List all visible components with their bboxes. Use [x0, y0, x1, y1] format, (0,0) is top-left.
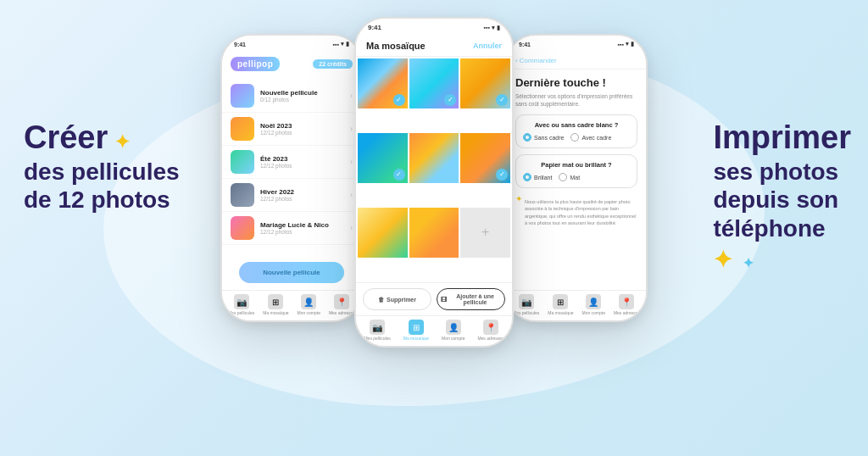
option-papier-title: Papier mat ou brillant ?: [523, 161, 630, 169]
option-papier-choices: Brillant Mat: [523, 173, 630, 181]
subtitle-text: Sélectionner vos options d'impression pr…: [515, 92, 637, 108]
phone-right-screen: ‹ Commander Dernière touche ! Sélectionn…: [507, 50, 646, 290]
pellicule-info-3: Été 2023 12/12 photos: [260, 155, 344, 169]
nav-right-pellicules[interactable]: 📷 Mes pellicules: [513, 294, 539, 315]
mosaic-header: Ma mosaïque Annuler: [356, 34, 512, 57]
pellicule-count-2: 12/12 photos: [260, 130, 344, 136]
add-to-pellicule-button[interactable]: 🎞 Ajouter à une pellicule: [437, 288, 505, 310]
phone-left-topbar: 9:41 ▪▪▪ ▾ ▮: [222, 36, 361, 50]
radio-sans-cadre[interactable]: Sans cadre: [523, 133, 564, 142]
pellicule-info-5: Mariage Lucie & Nico 12/12 photos: [260, 221, 344, 235]
list-item[interactable]: Noël 2023 12/12 photos ›: [222, 113, 361, 146]
mosaic-grid: ✓ ✓ ✓ ✓ ✓ +: [356, 57, 512, 282]
phone-right-nav: 📷 Mes pellicules ⊞ Ma mosaïque 👤 Mon com…: [507, 290, 646, 320]
delete-label: Supprimer: [387, 297, 416, 303]
mosaic-cell-6[interactable]: ✓: [460, 133, 510, 183]
phone-right: 9:41 ▪▪▪ ▾ ▮ ‹ Commander Dernière touche…: [505, 34, 648, 322]
pellicule-info-1: Nouvelle pellicule 0/12 photos: [260, 89, 344, 103]
pellipop-logo: pellipop: [231, 57, 280, 71]
nav-mes-pellicules[interactable]: 📷 Mes pellicules: [228, 294, 254, 315]
mosaic-cell-7[interactable]: [358, 208, 408, 258]
nav-label-compte: Mon compte: [297, 310, 320, 315]
nav-center-label-compte: Mon compte: [442, 336, 465, 341]
star-icon-right-1: ✦: [713, 247, 732, 273]
mosaic-cancel-button[interactable]: Annuler: [473, 42, 502, 50]
status-icons-center: ▪▪▪ ▾ ▮: [484, 25, 500, 31]
nav-center-icon-compte: 👤: [446, 320, 461, 335]
option-cadre-choices: Sans cadre Avec cadre: [523, 133, 630, 142]
phones-container: 9:41 ▪▪▪ ▾ ▮ pellipop 22 crédits Nouvell…: [220, 17, 648, 348]
phone-center-topbar: 9:41 ▪▪▪ ▾ ▮: [356, 19, 512, 34]
pellicule-count-1: 0/12 photos: [260, 97, 344, 103]
check-icon-3: ✓: [496, 94, 508, 106]
nav-center-compte[interactable]: 👤 Mon compte: [442, 320, 465, 341]
nav-right-compte[interactable]: 👤 Mon compte: [581, 294, 605, 315]
nav-mon-compte[interactable]: 👤 Mon compte: [297, 294, 320, 315]
list-item[interactable]: Mariage Lucie & Nico 12/12 photos ›: [222, 212, 361, 245]
list-item[interactable]: Nouvelle pellicule 0/12 photos ›: [222, 80, 361, 113]
mosaic-cell-8[interactable]: [409, 208, 459, 258]
check-icon-4: ✓: [393, 169, 405, 181]
list-item[interactable]: Hiver 2022 12/12 photos ›: [222, 179, 361, 212]
wifi-icon: ▾: [626, 41, 629, 47]
right-line3: téléphone: [713, 214, 851, 243]
status-icons-right: ▪▪▪ ▾ ▮: [618, 41, 634, 47]
pellicule-thumb-5: [231, 216, 254, 240]
arrow-icon-1: ›: [350, 92, 353, 100]
mat-label: Mat: [570, 175, 580, 181]
phone-right-time: 9:41: [519, 42, 531, 47]
wifi-icon: ▾: [341, 41, 344, 47]
left-line2: de 12 photos: [24, 186, 180, 214]
nav-center-mosaique[interactable]: ⊞ Ma mosaïque: [403, 320, 429, 341]
nav-center-adresses[interactable]: 📍 Mes adresses: [477, 320, 504, 341]
pellicule-info-2: Noël 2023 12/12 photos: [260, 122, 344, 136]
brillant-label: Brillant: [534, 175, 552, 181]
avec-cadre-label: Avec cadre: [581, 135, 611, 141]
new-pellicule-button[interactable]: Nouvelle pellicule: [239, 262, 344, 283]
mosaic-cell-5[interactable]: [409, 133, 459, 183]
mosaic-cell-4[interactable]: ✓: [358, 133, 408, 183]
phone-left: 9:41 ▪▪▪ ▾ ▮ pellipop 22 crédits Nouvell…: [220, 34, 363, 322]
mosaic-cell-empty[interactable]: +: [460, 208, 510, 258]
mosaic-cell-3[interactable]: ✓: [460, 58, 510, 108]
nav-right-mosaique[interactable]: ⊞ Ma mosaïque: [548, 294, 573, 315]
nav-label-mosaique: Ma mosaïque: [263, 310, 288, 315]
delete-button[interactable]: 🗑 Supprimer: [363, 288, 431, 310]
list-item[interactable]: Été 2023 12/12 photos ›: [222, 146, 361, 179]
option-papier-card: Papier mat ou brillant ? Brillant Mat: [515, 154, 637, 188]
pellicule-info-4: Hiver 2022 12/12 photos: [260, 188, 344, 202]
radio-brillant[interactable]: Brillant: [523, 173, 552, 181]
radio-dot-avec-cadre: [570, 133, 579, 142]
nav-ma-mosaique[interactable]: ⊞ Ma mosaïque: [263, 294, 288, 315]
sans-cadre-label: Sans cadre: [534, 135, 564, 141]
pellicule-count-3: 12/12 photos: [260, 163, 344, 169]
back-button[interactable]: ‹ Commander: [515, 57, 637, 64]
nav-right-icon-pellicules: 📷: [519, 294, 534, 309]
pellicule-thumb-2: [231, 117, 254, 141]
add-label: Ajouter à une pellicule: [449, 293, 501, 305]
mosaic-cell-2[interactable]: ✓: [409, 58, 459, 108]
nav-icon-mosaique: ⊞: [268, 294, 283, 309]
radio-avec-cadre[interactable]: Avec cadre: [570, 133, 611, 142]
radio-mat[interactable]: Mat: [559, 173, 580, 181]
radio-dot-brillant: [523, 173, 531, 181]
nav-mes-adresses[interactable]: 📍 Mes adresses: [329, 294, 355, 315]
pellicule-name-5: Mariage Lucie & Nico: [260, 221, 344, 229]
option-cadre-card: Avec ou sans cadre blanc ? Sans cadre Av…: [515, 114, 637, 148]
phone-left-nav: 📷 Mes pellicules ⊞ Ma mosaïque 👤 Mon com…: [222, 290, 361, 320]
credits-badge: 22 crédits: [313, 59, 353, 69]
nav-icon-pellicules: 📷: [234, 294, 249, 309]
mosaic-cell-1[interactable]: ✓: [358, 58, 408, 108]
battery-icon: ▮: [346, 41, 349, 47]
commander-header: ‹ Commander: [507, 50, 646, 70]
nav-right-adresses[interactable]: 📍 Mes adresses: [614, 294, 640, 315]
mosaic-actions: 🗑 Supprimer 🎞 Ajouter à une pellicule: [356, 282, 512, 315]
commander-content: Dernière touche ! Sélectionner vos optio…: [507, 70, 646, 290]
left-line1: des pellicules: [24, 158, 180, 186]
check-icon-2: ✓: [444, 94, 456, 106]
pellicule-name-1: Nouvelle pellicule: [260, 89, 344, 97]
arrow-icon-2: ›: [350, 125, 353, 133]
nav-center-pellicules[interactable]: 📷 Mes pellicules: [364, 320, 390, 341]
arrow-icon-4: ›: [350, 191, 353, 199]
signal-icon: ▪▪▪: [484, 25, 490, 31]
